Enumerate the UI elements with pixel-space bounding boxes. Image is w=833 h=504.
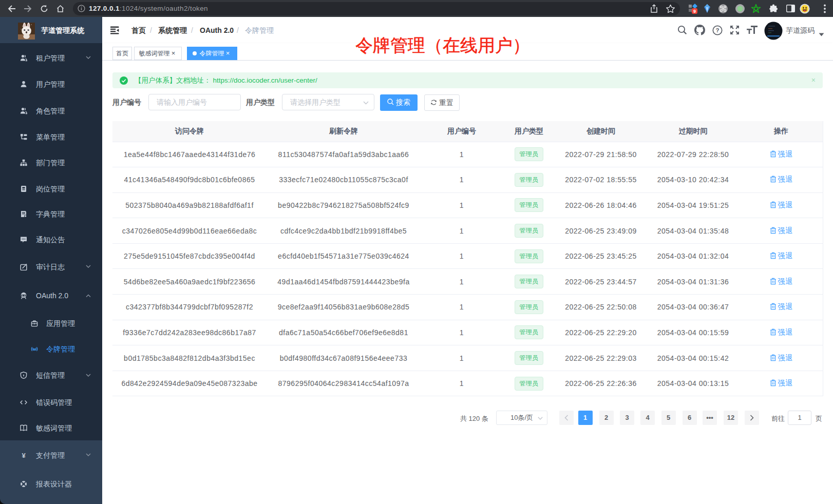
svg-text:9: 9	[693, 9, 696, 14]
svg-text:a: a	[33, 346, 36, 351]
svg-text:¥: ¥	[22, 452, 26, 459]
svg-text:?: ?	[715, 27, 719, 33]
